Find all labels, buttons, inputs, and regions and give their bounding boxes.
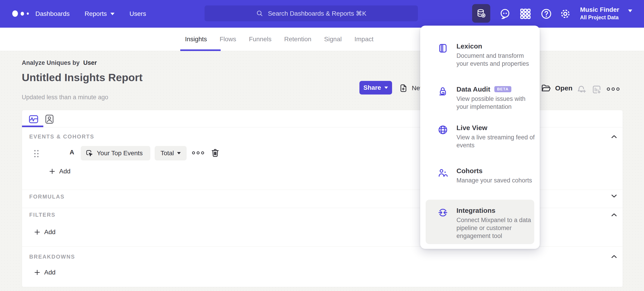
integrations-sync-icon <box>438 206 448 240</box>
page-title[interactable]: Untitled Insights Report <box>22 71 143 84</box>
tab-signal[interactable]: Signal <box>318 35 348 43</box>
pulse-chart-icon <box>28 113 40 125</box>
events-section-label: EVENTS & COHORTS <box>29 133 94 140</box>
chart-plus-icon <box>592 84 602 95</box>
lexicon-book-icon <box>438 41 448 68</box>
apps-grid-button[interactable] <box>519 0 532 28</box>
plus-icon <box>49 168 56 175</box>
menu-item-live-view[interactable]: Live View View a live streaming feed of … <box>420 123 540 149</box>
help-button[interactable] <box>540 0 553 28</box>
tab-flows[interactable]: Flows <box>214 35 243 43</box>
profiles-view-tab[interactable] <box>44 113 55 125</box>
tab-impact[interactable]: Impact <box>348 35 380 43</box>
chevron-up-icon <box>610 252 618 261</box>
file-plus-icon <box>399 83 408 93</box>
chevron-down-icon <box>610 192 618 200</box>
bell-plus-icon <box>576 84 587 95</box>
book-icon <box>438 43 448 54</box>
project-scope: All Project Data <box>580 14 619 21</box>
tab-funnels[interactable]: Funnels <box>243 35 278 43</box>
analyze-entity-selector[interactable]: User <box>83 59 97 66</box>
row-drag-handle[interactable] <box>34 150 38 157</box>
tab-insights[interactable]: Insights <box>179 35 214 43</box>
project-name: Music Finder <box>580 5 619 14</box>
breadcrumb: Analyze Uniques by User <box>22 59 97 66</box>
formulas-expand-button[interactable] <box>610 192 618 200</box>
updated-timestamp: Updated less than a minute ago <box>22 94 108 101</box>
chevron-down-icon <box>177 152 181 154</box>
add-filter-button[interactable]: Add <box>34 229 56 236</box>
data-management-button[interactable] <box>472 4 490 23</box>
menu-item-integrations[interactable]: Integrations Connect Mixpanel to a data … <box>420 206 540 240</box>
event-row-letter: A <box>70 149 74 156</box>
chevron-up-icon <box>610 211 618 219</box>
cursor-click-icon <box>85 149 94 157</box>
chevron-up-icon <box>610 132 618 141</box>
events-collapse-button[interactable] <box>610 132 618 141</box>
tab-retention[interactable]: Retention <box>278 35 318 43</box>
breakdowns-section-label: BREAKDOWNS <box>29 254 75 260</box>
profile-card-icon <box>44 113 55 125</box>
chevron-down-icon <box>110 13 114 15</box>
metrics-view-tab[interactable] <box>28 113 40 125</box>
report-type-tabbar: Insights Flows Funnels Retention Signal … <box>0 28 644 51</box>
event-row-delete-button[interactable] <box>210 148 220 158</box>
chevron-down-icon <box>628 9 632 16</box>
data-audit-lock-icon <box>438 84 448 111</box>
plus-icon <box>34 269 40 276</box>
trash-icon <box>210 148 220 158</box>
grid-icon <box>519 7 532 20</box>
nav-reports[interactable]: Reports <box>84 10 114 17</box>
active-view-underline <box>22 126 43 127</box>
project-selector[interactable]: Music Finder All Project Data <box>580 5 619 21</box>
cohorts-users-icon <box>438 166 448 185</box>
project-caret[interactable] <box>628 12 632 16</box>
database-gear-icon <box>476 8 486 18</box>
users-icon <box>438 168 448 178</box>
support-chat-button[interactable] <box>498 0 512 28</box>
gear-icon <box>559 7 572 20</box>
data-management-menu: Lexicon Document and transform your even… <box>420 26 540 249</box>
add-event-button[interactable]: Add <box>49 168 70 175</box>
create-alert-button[interactable] <box>576 84 587 95</box>
plus-icon <box>34 229 40 236</box>
chevron-down-icon <box>384 87 388 89</box>
nav-dashboards[interactable]: Dashboards <box>35 10 70 17</box>
event-row-more-button[interactable] <box>192 151 204 154</box>
menu-item-lexicon[interactable]: Lexicon Document and transform your even… <box>420 41 540 68</box>
add-to-dashboard-button[interactable] <box>592 84 602 95</box>
beta-badge: BETA <box>494 86 511 92</box>
menu-item-data-audit[interactable]: Data Audit BETA View possible issues wit… <box>420 84 540 111</box>
primary-nav: Dashboards Reports Users <box>35 0 146 28</box>
menu-item-cohorts[interactable]: Cohorts Manage your saved cohorts <box>420 166 540 185</box>
search-icon <box>256 10 263 17</box>
mixpanel-logo-icon[interactable] <box>12 10 29 17</box>
active-tab-underline <box>180 49 221 51</box>
folder-open-icon <box>540 83 551 93</box>
event-selector-chip[interactable]: Your Top Events <box>81 146 150 160</box>
search-placeholder: Search Dashboards & Reports ⌘K <box>268 10 366 17</box>
global-search-input[interactable]: Search Dashboards & Reports ⌘K <box>204 5 418 21</box>
help-icon <box>540 7 552 20</box>
nav-users[interactable]: Users <box>130 10 146 17</box>
filters-section-label: FILTERS <box>29 212 56 218</box>
analyze-label: Analyze Uniques by <box>22 59 80 66</box>
aggregation-dropdown[interactable]: Total <box>155 146 186 160</box>
open-report-button[interactable]: Open <box>540 83 572 93</box>
live-view-globe-icon <box>438 123 448 149</box>
formulas-section-label: FORMULAS <box>29 194 65 200</box>
chat-bubble-icon <box>499 8 511 20</box>
filters-collapse-button[interactable] <box>610 211 618 219</box>
share-button[interactable]: Share <box>360 81 392 94</box>
globe-icon <box>438 124 448 135</box>
more-options-button[interactable] <box>607 87 620 91</box>
sync-arrows-icon <box>438 207 448 218</box>
settings-button[interactable] <box>559 0 572 28</box>
top-navigation-bar: Dashboards Reports Users Search Dashboar… <box>0 0 644 28</box>
breakdowns-collapse-button[interactable] <box>610 252 618 261</box>
add-breakdown-button[interactable]: Add <box>34 269 56 276</box>
lock-icon <box>438 86 448 97</box>
